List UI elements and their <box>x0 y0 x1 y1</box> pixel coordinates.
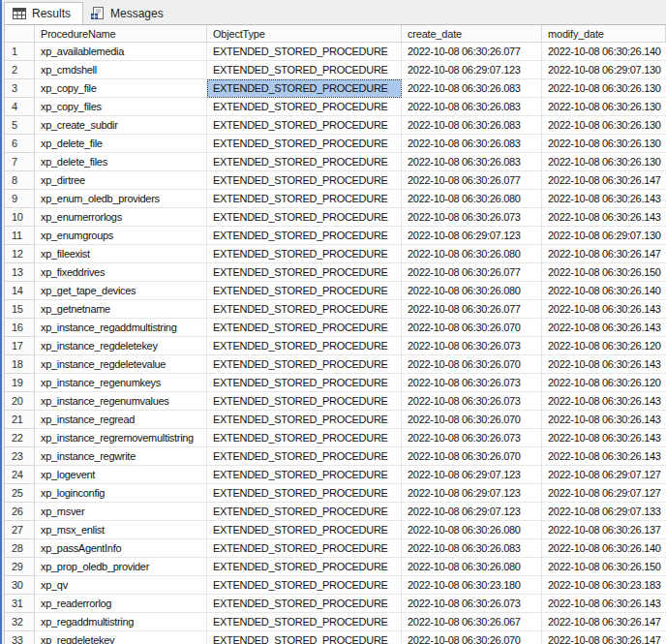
cell-procedure-name[interactable]: xp_instance_regwrite <box>35 447 207 466</box>
cell-object-type[interactable]: EXTENDED_STORED_PROCEDURE <box>207 61 402 79</box>
cell-create-date[interactable]: 2022-10-08 06:30:26.077 <box>402 43 542 61</box>
cell-procedure-name[interactable]: xp_enumerrorlogs <box>35 208 207 227</box>
cell-modify-date[interactable]: 2022-10-08 06:30:26.130 <box>542 135 666 153</box>
cell-procedure-name[interactable]: xp_get_tape_devices <box>35 282 207 300</box>
cell-object-type[interactable]: EXTENDED_STORED_PROCEDURE <box>207 227 402 245</box>
cell-procedure-name[interactable]: xp_enum_oledb_providers <box>35 190 207 208</box>
row-number-cell[interactable]: 28 <box>5 539 35 558</box>
row-number-cell[interactable]: 10 <box>5 208 35 227</box>
cell-modify-date[interactable]: 2022-10-08 06:30:26.143 <box>542 300 666 319</box>
row-number-cell[interactable]: 20 <box>5 392 35 411</box>
cell-modify-date[interactable]: 2022-10-08 06:30:26.130 <box>542 116 666 135</box>
cell-procedure-name[interactable]: xp_copy_files <box>35 98 207 116</box>
cell-procedure-name[interactable]: xp_delete_file <box>35 135 207 153</box>
cell-modify-date[interactable]: 2022-10-08 06:29:07.127 <box>542 466 666 484</box>
row-number-cell[interactable]: 19 <box>5 374 35 392</box>
cell-procedure-name[interactable]: xp_passAgentInfo <box>35 539 207 558</box>
cell-modify-date[interactable]: 2022-10-08 06:30:26.147 <box>542 171 666 190</box>
cell-create-date[interactable]: 2022-10-08 06:30:26.083 <box>402 135 542 153</box>
row-number-cell[interactable]: 21 <box>5 411 35 429</box>
cell-procedure-name[interactable]: xp_instance_regaddmultistring <box>35 319 207 337</box>
cell-create-date[interactable]: 2022-10-08 06:30:26.073 <box>402 595 542 613</box>
row-number-cell[interactable]: 29 <box>5 558 35 576</box>
cell-modify-date[interactable]: 2022-10-08 06:30:26.143 <box>542 411 666 429</box>
row-number-cell[interactable]: 25 <box>5 484 35 503</box>
cell-modify-date[interactable]: 2022-10-08 06:30:26.143 <box>542 355 666 374</box>
cell-create-date[interactable]: 2022-10-08 06:30:26.073 <box>402 374 542 392</box>
cell-create-date[interactable]: 2022-10-08 06:30:26.070 <box>402 319 542 337</box>
cell-object-type[interactable]: EXTENDED_STORED_PROCEDURE <box>207 521 402 539</box>
cell-object-type[interactable]: EXTENDED_STORED_PROCEDURE <box>207 98 402 116</box>
cell-object-type[interactable]: EXTENDED_STORED_PROCEDURE <box>207 392 402 411</box>
cell-create-date[interactable]: 2022-10-08 06:30:26.073 <box>402 208 542 227</box>
row-number-cell[interactable]: 14 <box>5 282 35 300</box>
cell-create-date[interactable]: 2022-10-08 06:29:07.123 <box>402 503 542 521</box>
row-number-cell[interactable]: 27 <box>5 521 35 539</box>
row-number-cell[interactable]: 12 <box>5 245 35 263</box>
row-number-cell[interactable]: 1 <box>5 43 35 61</box>
row-number-cell[interactable]: 31 <box>5 595 35 613</box>
cell-procedure-name[interactable]: xp_readerrorlog <box>35 595 207 613</box>
cell-object-type[interactable]: EXTENDED_STORED_PROCEDURE <box>207 245 402 263</box>
cell-create-date[interactable]: 2022-10-08 06:30:26.083 <box>402 98 542 116</box>
cell-procedure-name[interactable]: xp_loginconfig <box>35 484 207 503</box>
cell-procedure-name[interactable]: xp_instance_regread <box>35 411 207 429</box>
row-number-cell[interactable]: 16 <box>5 319 35 337</box>
cell-object-type[interactable]: EXTENDED_STORED_PROCEDURE <box>207 613 402 631</box>
row-number-cell[interactable]: 30 <box>5 576 35 595</box>
cell-create-date[interactable]: 2022-10-08 06:30:26.070 <box>402 411 542 429</box>
row-number-cell[interactable]: 33 <box>5 631 35 644</box>
cell-object-type[interactable]: EXTENDED_STORED_PROCEDURE <box>207 171 402 190</box>
cell-create-date[interactable]: 2022-10-08 06:30:26.070 <box>402 355 542 374</box>
cell-create-date[interactable]: 2022-10-08 06:30:23.180 <box>402 576 542 595</box>
cell-modify-date[interactable]: 2022-10-08 06:30:26.143 <box>542 319 666 337</box>
tab-results[interactable]: Results <box>4 2 83 24</box>
cell-create-date[interactable]: 2022-10-08 06:30:26.077 <box>402 300 542 319</box>
cell-procedure-name[interactable]: xp_instance_regdeletekey <box>35 337 207 355</box>
cell-modify-date[interactable]: 2022-10-08 06:30:26.120 <box>542 374 666 392</box>
cell-modify-date[interactable]: 2022-10-08 06:30:26.130 <box>542 153 666 171</box>
cell-object-type[interactable]: EXTENDED_STORED_PROCEDURE <box>207 263 402 282</box>
cell-modify-date[interactable]: 2022-10-08 06:30:26.130 <box>542 98 666 116</box>
cell-procedure-name[interactable]: xp_enumgroups <box>35 227 207 245</box>
cell-modify-date[interactable]: 2022-10-08 06:29:07.130 <box>542 227 666 245</box>
cell-create-date[interactable]: 2022-10-08 06:30:26.073 <box>402 337 542 355</box>
cell-create-date[interactable]: 2022-10-08 06:30:26.083 <box>402 539 542 558</box>
row-number-cell[interactable]: 32 <box>5 613 35 631</box>
cell-create-date[interactable]: 2022-10-08 06:30:26.083 <box>402 153 542 171</box>
cell-procedure-name[interactable]: xp_fixeddrives <box>35 263 207 282</box>
cell-object-type[interactable]: EXTENDED_STORED_PROCEDURE <box>207 282 402 300</box>
cell-create-date[interactable]: 2022-10-08 06:30:26.083 <box>402 116 542 135</box>
cell-object-type[interactable]: EXTENDED_STORED_PROCEDURE <box>207 558 402 576</box>
cell-procedure-name[interactable]: xp_instance_regenumkeys <box>35 374 207 392</box>
cell-procedure-name[interactable]: xp_prop_oledb_provider <box>35 558 207 576</box>
cell-create-date[interactable]: 2022-10-08 06:30:26.080 <box>402 558 542 576</box>
cell-object-type[interactable]: EXTENDED_STORED_PROCEDURE <box>207 208 402 227</box>
cell-modify-date[interactable]: 2022-10-08 06:30:26.147 <box>542 631 666 644</box>
cell-modify-date[interactable]: 2022-10-08 06:29:07.127 <box>542 484 666 503</box>
cell-create-date[interactable]: 2022-10-08 06:30:26.073 <box>402 429 542 447</box>
cell-object-type[interactable]: EXTENDED_STORED_PROCEDURE <box>207 429 402 447</box>
row-number-cell[interactable]: 4 <box>5 98 35 116</box>
cell-procedure-name[interactable]: xp_instance_regremovemultistring <box>35 429 207 447</box>
cell-procedure-name[interactable]: xp_create_subdir <box>35 116 207 135</box>
cell-object-type[interactable]: EXTENDED_STORED_PROCEDURE <box>207 503 402 521</box>
row-number-cell[interactable]: 26 <box>5 503 35 521</box>
cell-create-date[interactable]: 2022-10-08 06:30:26.080 <box>402 282 542 300</box>
header-object-type[interactable]: ObjectType <box>207 25 402 43</box>
cell-object-type[interactable]: EXTENDED_STORED_PROCEDURE <box>207 135 402 153</box>
cell-create-date[interactable]: 2022-10-08 06:30:26.077 <box>402 263 542 282</box>
row-number-cell[interactable]: 23 <box>5 447 35 466</box>
cell-create-date[interactable]: 2022-10-08 06:30:26.067 <box>402 613 542 631</box>
row-number-cell[interactable]: 22 <box>5 429 35 447</box>
cell-object-type[interactable]: EXTENDED_STORED_PROCEDURE <box>207 355 402 374</box>
cell-create-date[interactable]: 2022-10-08 06:30:26.083 <box>402 79 542 98</box>
header-create-date[interactable]: create_date <box>402 25 542 43</box>
cell-create-date[interactable]: 2022-10-08 06:30:26.070 <box>402 631 542 644</box>
cell-modify-date[interactable]: 2022-10-08 06:30:26.120 <box>542 337 666 355</box>
cell-create-date[interactable]: 2022-10-08 06:29:07.123 <box>402 466 542 484</box>
cell-modify-date[interactable]: 2022-10-08 06:30:26.143 <box>542 392 666 411</box>
row-number-cell[interactable]: 9 <box>5 190 35 208</box>
cell-create-date[interactable]: 2022-10-08 06:29:07.123 <box>402 227 542 245</box>
cell-procedure-name[interactable]: xp_cmdshell <box>35 61 207 79</box>
